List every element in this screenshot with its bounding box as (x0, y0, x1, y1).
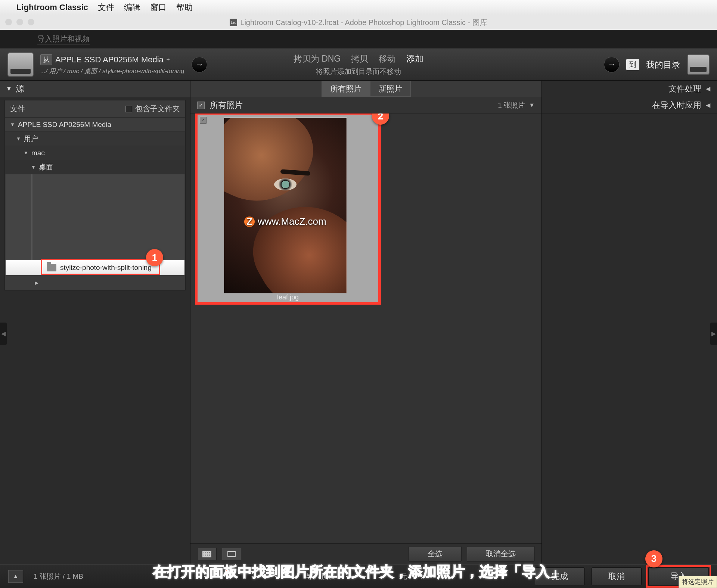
menubar-app-name[interactable]: Lightroom Classic (16, 3, 88, 12)
tree-mac-label: mac (31, 149, 45, 157)
thumbnail-area: ✓ Zwww.MacZ.com leaf.jpg 2 (190, 113, 541, 543)
tree-blank-area (6, 174, 184, 260)
annotation-badge-1: 1 (146, 249, 163, 266)
minimize-icon[interactable] (16, 19, 23, 25)
source-drive-icon (7, 52, 34, 77)
annotation-badge-3: 3 (645, 550, 662, 567)
include-subfolders-label: 包含子文件夹 (135, 104, 180, 114)
source-dropdown-icon[interactable]: ÷ (167, 56, 170, 63)
left-panel: ▼ 源 文件 包含子文件夹 ▼ APPLE SSD AP0256M Media (0, 81, 190, 564)
done-button[interactable]: 完成 (535, 567, 585, 585)
select-all-button[interactable]: 全选 (409, 546, 462, 561)
arrow-right-icon[interactable]: → (192, 57, 207, 72)
tooltip: 将选定照片 (679, 576, 717, 588)
mode-add[interactable]: 添加 (406, 53, 423, 65)
single-view-button[interactable] (222, 548, 241, 560)
source-box[interactable]: 从 APPLE SSD AP0256M Media ÷ .../ 用户 / ma… (40, 54, 184, 75)
cancel-button[interactable]: 取消 (592, 567, 642, 585)
dest-box[interactable]: → 到 我的目录 (604, 54, 710, 75)
tab-new-photos[interactable]: 新照片 (370, 81, 411, 97)
close-icon[interactable] (5, 19, 12, 25)
menu-edit[interactable]: 编辑 (124, 2, 140, 13)
files-label: 文件 (10, 104, 25, 114)
preview-subheader-title: 所有照片 (210, 100, 243, 111)
preview-panel: 所有照片 新照片 ✓ 所有照片 1 张照片 ▼ ✓ (190, 81, 541, 564)
triangle-left-icon: ◀ (706, 85, 710, 92)
menu-file[interactable]: 文件 (98, 2, 114, 13)
thumbnail-cell[interactable]: ✓ Zwww.MacZ.com leaf.jpg (196, 113, 379, 303)
mode-subtitle: 将照片添加到目录而不移动 (294, 67, 424, 77)
photo-count: 1 张照片 (498, 100, 525, 110)
top-strip: 导入照片和视频 (0, 30, 717, 49)
triangle-right-icon: ▶ (35, 280, 38, 286)
preview-subheader: ✓ 所有照片 1 张照片 ▼ (190, 97, 541, 113)
tree-desktop-label: 桌面 (39, 162, 53, 172)
files-subpanel-header: 文件 包含子文件夹 (5, 100, 185, 118)
select-all-checkbox[interactable]: ✓ (197, 102, 205, 109)
include-subfolders-checkbox[interactable] (125, 106, 132, 112)
tree-mac[interactable]: ▼ mac (5, 146, 185, 160)
source-name: APPLE SSD AP0256M Media (55, 55, 164, 65)
to-badge: 到 (626, 59, 639, 70)
folder-icon (47, 264, 56, 271)
window-title: Lightroom Catalog-v10-2.lrcat - Adobe Ph… (240, 18, 487, 28)
bottom-bar: ▲ 1 张照片 / 1 MB 导入预设 无 完成 取消 导入 3 将选定照片 (0, 564, 717, 588)
thumbnail-image: Zwww.MacZ.com (224, 118, 347, 293)
app-body: 导入照片和视频 从 APPLE SSD AP0256M Media ÷ .../… (0, 30, 717, 588)
arrow-right-dest-icon[interactable]: → (604, 57, 620, 72)
tree-users-label: 用户 (24, 134, 38, 144)
import-mode-group: 拷贝为 DNG 拷贝 移动 添加 将照片添加到目录而不移动 (294, 53, 424, 77)
import-preset-label[interactable]: 导入预设 (306, 571, 340, 581)
collapse-right-handle[interactable]: ▶ (710, 323, 717, 345)
thumbnail-filename: leaf.jpg (197, 293, 379, 301)
tree-drive[interactable]: ▼ APPLE SSD AP0256M Media (5, 118, 185, 132)
collapse-left-handle[interactable]: ◀ (0, 323, 7, 345)
tree-users[interactable]: ▼ 用户 (5, 132, 185, 146)
mode-copy-dng[interactable]: 拷贝为 DNG (294, 53, 341, 65)
thumbnail-checkbox[interactable]: ✓ (200, 117, 207, 124)
app-window: Lrc Lightroom Catalog-v10-2.lrcat - Adob… (0, 15, 717, 588)
apply-on-import-label: 在导入时应用 (652, 100, 701, 111)
grid-view-button[interactable] (197, 548, 217, 560)
source-path: .../ 用户 / mac / 桌面 / stylize-photo-with-… (40, 67, 184, 75)
grid-icon (202, 551, 211, 557)
import-preset-value[interactable]: 无 (400, 571, 411, 581)
triangle-down-icon: ▼ (16, 136, 21, 141)
preview-footer: 全选 取消全选 (190, 543, 541, 564)
from-badge: 从 (40, 54, 52, 65)
sort-dropdown-icon[interactable]: ▼ (529, 102, 535, 109)
tree-foot[interactable]: ▶ (5, 275, 185, 290)
deselect-all-button[interactable]: 取消全选 (467, 546, 535, 561)
top-strip-label: 导入照片和视频 (37, 34, 90, 44)
triangle-down-icon: ▼ (31, 164, 36, 170)
tree-selected-label: stylize-photo-with-split-toning (60, 264, 152, 272)
watermark-icon: Z (244, 217, 255, 227)
tab-all-photos[interactable]: 所有照片 (322, 81, 370, 97)
main-area: ▼ 源 文件 包含子文件夹 ▼ APPLE SSD AP0256M Media (0, 81, 717, 564)
tree-drive-label: APPLE SSD AP0256M Media (18, 121, 111, 129)
mode-copy[interactable]: 拷贝 (351, 53, 368, 65)
watermark: Zwww.MacZ.com (224, 216, 347, 227)
right-panel: 文件处理 ◀ 在导入时应用 ◀ (541, 81, 717, 564)
triangle-down-icon: ▼ (10, 122, 15, 127)
maximize-icon[interactable] (28, 19, 34, 25)
single-icon (227, 551, 236, 557)
status-text: 1 张照片 / 1 MB (34, 572, 83, 581)
file-handling-label: 文件处理 (668, 83, 701, 94)
menu-window[interactable]: 窗口 (150, 2, 167, 13)
source-panel-header[interactable]: ▼ 源 (0, 81, 190, 97)
file-handling-header[interactable]: 文件处理 ◀ (542, 81, 717, 97)
triangle-left-icon: ◀ (706, 102, 710, 109)
import-header: 从 APPLE SSD AP0256M Media ÷ .../ 用户 / ma… (0, 49, 717, 81)
window-titlebar: Lrc Lightroom Catalog-v10-2.lrcat - Adob… (0, 15, 717, 30)
mode-move[interactable]: 移动 (379, 53, 396, 65)
expand-button[interactable]: ▲ (8, 570, 23, 583)
source-panel-title: 源 (16, 83, 24, 94)
menu-help[interactable]: 帮助 (176, 2, 193, 13)
app-icon: Lrc (230, 19, 237, 26)
traffic-lights (5, 19, 34, 25)
tree-desktop[interactable]: ▼ 桌面 (5, 160, 185, 174)
triangle-down-icon: ▼ (6, 85, 12, 92)
apply-on-import-header[interactable]: 在导入时应用 ◀ (542, 97, 717, 113)
preview-tabs: 所有照片 新照片 (190, 81, 541, 97)
